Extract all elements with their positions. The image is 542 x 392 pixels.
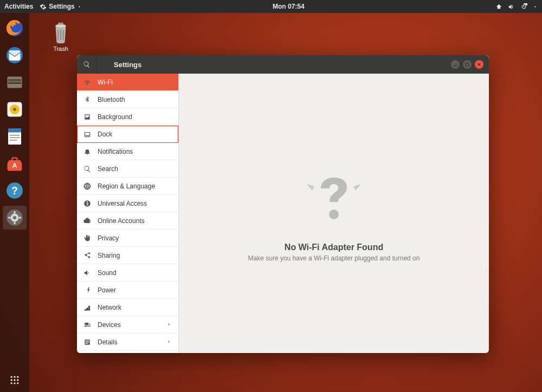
svg-point-22 xyxy=(11,376,12,378)
sidebar-item-devices[interactable]: Devices xyxy=(77,316,178,334)
question-icon xyxy=(301,165,366,232)
trash-label: Trash xyxy=(43,45,78,52)
globe-icon xyxy=(83,182,91,190)
dock-app-rhythmbox[interactable] xyxy=(3,97,27,121)
gear-icon xyxy=(40,3,47,10)
dock-app-help[interactable]: ? xyxy=(3,179,27,202)
svg-point-23 xyxy=(14,376,15,378)
sidebar-item-region[interactable]: Region & Language xyxy=(77,178,178,195)
svg-rect-37 xyxy=(466,63,469,66)
desktop-trash[interactable]: Trash xyxy=(43,19,78,52)
bluetooth-icon xyxy=(83,96,91,103)
volume-icon xyxy=(508,3,515,10)
svg-point-28 xyxy=(11,382,12,384)
sidebar-item-wifi[interactable]: Wi-Fi xyxy=(77,74,178,91)
search-icon xyxy=(83,165,91,173)
sidebar-item-details[interactable]: Details xyxy=(77,334,178,351)
svg-rect-34 xyxy=(60,30,61,40)
svg-rect-9 xyxy=(8,128,21,133)
sidebar-item-label: Notifications xyxy=(98,148,133,155)
window-headerbar[interactable]: Settings xyxy=(77,55,489,74)
svg-rect-32 xyxy=(58,23,63,25)
sidebar-item-label: Online Accounts xyxy=(98,217,145,225)
bell-icon xyxy=(83,148,91,155)
accessibility-icon xyxy=(83,200,91,207)
network-icon xyxy=(83,304,91,311)
search-button[interactable] xyxy=(77,55,96,74)
sidebar-item-sound[interactable]: Sound xyxy=(77,264,178,282)
close-button[interactable] xyxy=(475,60,483,69)
clock[interactable]: Mon 07:54 xyxy=(82,3,495,10)
sidebar-item-privacy[interactable]: Privacy xyxy=(77,230,178,247)
sidebar-item-label: Privacy xyxy=(98,234,119,242)
svg-point-40 xyxy=(87,201,88,202)
show-applications-button[interactable] xyxy=(7,373,22,388)
background-icon xyxy=(83,113,91,121)
chevron-down-icon xyxy=(533,4,538,9)
dock-app-writer[interactable] xyxy=(3,125,27,148)
power-icon xyxy=(520,3,527,10)
sidebar-item-power[interactable]: Power xyxy=(77,282,178,299)
settings-window: Settings Wi-FiBluetoothBackgroundDockNot… xyxy=(77,55,489,353)
sidebar-item-label: Universal Access xyxy=(98,200,147,207)
svg-point-27 xyxy=(17,379,18,381)
svg-rect-21 xyxy=(8,217,11,219)
svg-text:A: A xyxy=(12,162,17,169)
sidebar-item-label: Wi-Fi xyxy=(98,79,113,86)
activities-button[interactable]: Activities xyxy=(4,3,33,10)
settings-sidebar: Wi-FiBluetoothBackgroundDockNotification… xyxy=(77,74,179,353)
svg-point-7 xyxy=(13,108,16,111)
sidebar-item-dock[interactable]: Dock xyxy=(77,126,178,143)
share-icon xyxy=(83,252,91,259)
dock-app-settings[interactable] xyxy=(3,206,27,230)
app-menu[interactable]: Settings xyxy=(40,3,81,10)
svg-point-25 xyxy=(11,379,12,381)
sidebar-item-label: Search xyxy=(98,165,118,173)
sidebar-item-label: Details xyxy=(98,338,118,346)
dock-app-firefox[interactable] xyxy=(3,16,27,40)
sidebar-item-sharing[interactable]: Sharing xyxy=(77,247,178,264)
dock-app-software[interactable]: A xyxy=(3,152,27,175)
sidebar-item-label: Dock xyxy=(98,130,112,138)
sidebar-item-label: Bluetooth xyxy=(98,96,125,103)
svg-rect-35 xyxy=(63,30,64,40)
search-icon xyxy=(83,61,91,68)
svg-rect-19 xyxy=(14,222,16,225)
svg-point-41 xyxy=(329,210,339,219)
maximize-button[interactable] xyxy=(463,60,472,69)
chevron-right-icon xyxy=(166,338,172,346)
hand-icon xyxy=(83,234,91,242)
svg-rect-20 xyxy=(19,217,22,219)
network-icon xyxy=(495,3,502,10)
sidebar-item-online[interactable]: Online Accounts xyxy=(77,212,178,230)
sidebar-item-label: Network xyxy=(98,304,121,311)
system-status-area[interactable] xyxy=(495,3,538,10)
content-heading: No Wi-Fi Adapter Found xyxy=(285,243,383,252)
sidebar-item-label: Sound xyxy=(98,269,117,277)
sidebar-item-background[interactable]: Background xyxy=(77,108,178,126)
sidebar-item-label: Power xyxy=(98,286,116,294)
svg-rect-13 xyxy=(12,158,17,161)
svg-rect-18 xyxy=(14,211,16,214)
sidebar-item-search[interactable]: Search xyxy=(77,160,178,178)
sidebar-item-label: Devices xyxy=(98,321,121,329)
dock-icon xyxy=(83,130,91,138)
content-subtext: Make sure you have a Wi-Fi adapter plugg… xyxy=(248,254,420,262)
cloud-icon xyxy=(83,217,91,225)
svg-point-30 xyxy=(17,382,18,384)
sidebar-item-notifications[interactable]: Notifications xyxy=(77,143,178,160)
svg-point-29 xyxy=(14,382,15,384)
power-icon xyxy=(83,286,91,294)
svg-rect-11 xyxy=(10,138,20,139)
dock-app-thunderbird[interactable] xyxy=(3,43,27,67)
sidebar-item-bluetooth[interactable]: Bluetooth xyxy=(77,91,178,108)
top-bar: Activities Settings Mon 07:54 xyxy=(0,0,542,13)
sidebar-item-label: Background xyxy=(98,113,132,121)
chevron-down-icon xyxy=(77,4,82,9)
sidebar-item-network[interactable]: Network xyxy=(77,299,178,316)
svg-point-24 xyxy=(17,376,18,378)
minimize-button[interactable] xyxy=(451,60,460,69)
dock-app-files[interactable] xyxy=(3,70,27,94)
svg-rect-33 xyxy=(57,30,59,40)
sidebar-item-universal[interactable]: Universal Access xyxy=(77,195,178,212)
